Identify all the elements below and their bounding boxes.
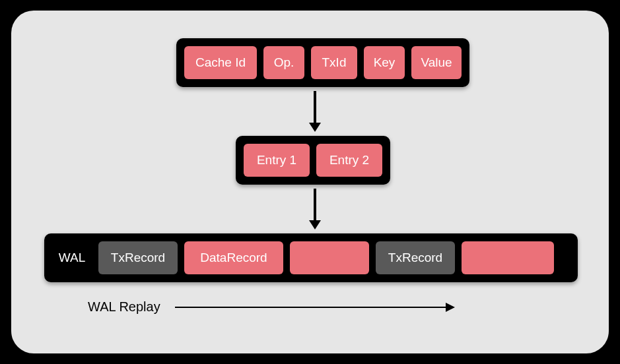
arrow-fields-to-entries: [309, 91, 321, 132]
diagram-canvas: Cache Id Op. TxId Key Value Entry 1 Entr…: [11, 11, 609, 353]
wal-record-1: TxRecord: [98, 241, 178, 274]
wal-replay-label: WAL Replay: [88, 299, 160, 315]
wal-label: WAL: [52, 241, 92, 274]
field-op: Op.: [263, 46, 304, 79]
wal-record-4: TxRecord: [376, 241, 455, 274]
field-key: Key: [364, 46, 405, 79]
wal-replay-arrow: [175, 303, 455, 312]
wal-record-2: DataRecord: [184, 241, 283, 274]
wal-replay-row: WAL Replay: [88, 299, 455, 315]
wal-record-3: [290, 241, 369, 274]
entry-2: Entry 2: [316, 144, 382, 177]
field-cache-id: Cache Id: [184, 46, 257, 79]
arrow-entries-to-wal: [309, 189, 321, 229]
field-txid: TxId: [311, 46, 357, 79]
entry-1: Entry 1: [244, 144, 310, 177]
wal-block: WAL TxRecord DataRecord TxRecord: [44, 233, 578, 282]
wal-record-5: [462, 241, 554, 274]
field-value: Value: [411, 46, 462, 79]
entries-block: Entry 1 Entry 2: [236, 136, 390, 185]
entry-fields-block: Cache Id Op. TxId Key Value: [176, 38, 469, 87]
